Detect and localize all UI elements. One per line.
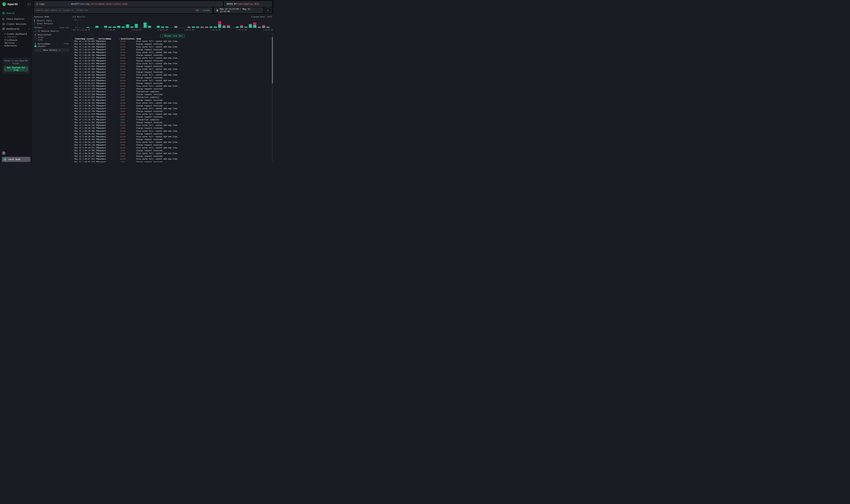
- row-expand-icon[interactable]: ›: [72, 105, 74, 107]
- log-row[interactable]: ›May 15 1:40:38.466 PMpaymenterrorVisa c…: [72, 130, 269, 132]
- row-expand-icon[interactable]: ›: [72, 85, 74, 87]
- row-expand-icon[interactable]: ›: [72, 93, 74, 95]
- error-checkbox[interactable]: [34, 36, 36, 38]
- get-started-button[interactable]: Get Started for Free: [4, 66, 28, 72]
- histogram-bar[interactable]: [245, 26, 248, 28]
- histogram-bar[interactable]: [227, 25, 230, 28]
- log-row[interactable]: ›May 15 1:41:57.178 PMpaymentinfoCharge …: [72, 88, 269, 90]
- histogram-bar[interactable]: [161, 26, 164, 28]
- row-expand-icon[interactable]: ›: [72, 71, 74, 73]
- row-expand-icon[interactable]: ›: [72, 161, 74, 162]
- histogram-bar[interactable]: [113, 26, 116, 28]
- histogram-bar[interactable]: [210, 26, 212, 28]
- histogram-bar[interactable]: [262, 25, 265, 28]
- row-expand-icon[interactable]: ›: [72, 99, 74, 101]
- histogram-bar[interactable]: [126, 24, 129, 28]
- mode-event-patterns[interactable]: Event Patterns: [37, 22, 53, 25]
- row-expand-icon[interactable]: ›: [72, 54, 74, 56]
- clear-servicename-button[interactable]: Clear: [64, 42, 69, 44]
- clear-all-filters-button[interactable]: Clear all: [59, 26, 69, 29]
- row-expand-icon[interactable]: ›: [72, 110, 74, 112]
- row-expand-icon[interactable]: ›: [72, 82, 74, 84]
- table-options-kebab-icon[interactable]: ⋮: [269, 37, 272, 39]
- log-row[interactable]: ›May 15 1:40:26.444 PMpaymentinfoCharge …: [72, 138, 269, 141]
- sidebar-item-search[interactable]: Search: [0, 11, 32, 16]
- histogram-bar[interactable]: [222, 25, 225, 28]
- row-expand-icon[interactable]: ›: [72, 108, 74, 109]
- row-expand-icon[interactable]: ›: [72, 152, 74, 154]
- histogram-bar[interactable]: [201, 26, 203, 28]
- histogram-bar[interactable]: [175, 26, 177, 28]
- log-row[interactable]: ›May 15 1:41:25.370 PMpaymentinfoCharge …: [72, 110, 269, 113]
- log-row[interactable]: ›May 15 1:41:25.373 PMpaymenterrorVisa c…: [72, 107, 269, 110]
- sidebar-item-client-sessions[interactable]: Client Sessions: [0, 21, 32, 26]
- histogram-bar[interactable]: [95, 26, 98, 28]
- log-row[interactable]: ›May 15 1:40:10.601 PMpaymenterrorVisa c…: [72, 152, 269, 155]
- log-row[interactable]: ›May 15 1:40:07.413 PMpaymenterrorVisa c…: [72, 158, 269, 160]
- row-expand-icon[interactable]: ›: [72, 74, 74, 76]
- vertical-scrollbar[interactable]: [272, 34, 273, 161]
- filter-option-info[interactable]: info: [34, 38, 42, 41]
- row-expand-icon[interactable]: ›: [72, 158, 74, 160]
- histogram-bar[interactable]: [196, 26, 199, 28]
- log-row[interactable]: ›May 15 1:40:44.563 PMpaymenterrorVisa c…: [72, 124, 269, 127]
- log-row[interactable]: ›May 15 1:42:43.360 PMpaymenterrorVisa c…: [72, 46, 269, 48]
- log-row[interactable]: ›May 15 1:40:14.511 PMpaymenterrorVisa c…: [72, 146, 269, 149]
- lucene-toggle[interactable]: Lucene: [203, 9, 210, 12]
- search-input[interactable]: [36, 9, 195, 12]
- presets-toggle[interactable]: PRESETS: [5, 36, 17, 38]
- log-row[interactable]: ›May 15 1:40:07.410 PMpaymentinfoCharge …: [72, 160, 269, 162]
- histogram-bar[interactable]: [148, 26, 151, 28]
- log-row[interactable]: ›May 15 1:42:26.920 PMpaymentinfoCharge …: [72, 59, 269, 62]
- row-expand-icon[interactable]: ›: [72, 102, 74, 104]
- row-expand-icon[interactable]: ›: [72, 144, 74, 146]
- log-row[interactable]: ›May 15 1:42:27.131 PMpaymenterrorVisa c…: [72, 57, 269, 59]
- histogram-bar[interactable]: [122, 26, 125, 28]
- log-row[interactable]: ›May 15 1:41:47.766 PMpaymentinfoCharge …: [72, 99, 269, 102]
- row-expand-icon[interactable]: ›: [72, 136, 74, 138]
- info-checkbox[interactable]: [34, 39, 36, 41]
- histogram-bar[interactable]: [135, 24, 138, 28]
- log-row[interactable]: ›May 15 1:42:01.824 PMpaymenterrorVisa c…: [72, 79, 269, 82]
- select-clause-input[interactable]: SELECT Timestamp, ServiceName, SeverityT…: [69, 1, 223, 7]
- resume-live-tail-button[interactable]: ⚡ Resume Live Tail: [160, 34, 185, 37]
- row-expand-icon[interactable]: ›: [72, 147, 74, 149]
- row-expand-icon[interactable]: ›: [72, 139, 74, 140]
- log-row[interactable]: ›May 15 1:42:36.188 PMpaymenterrorVisa c…: [72, 51, 269, 54]
- histogram-bar[interactable]: [108, 26, 111, 28]
- row-expand-icon[interactable]: ›: [72, 68, 74, 70]
- row-expand-icon[interactable]: ›: [72, 155, 74, 157]
- log-row[interactable]: ›May 15 1:42:36.184 PMpaymentinfoCharge …: [72, 54, 269, 56]
- row-expand-icon[interactable]: ›: [72, 113, 74, 115]
- log-row[interactable]: ›May 15 1:40:44.546 PMpaymentinfoCharge …: [72, 127, 269, 130]
- log-row[interactable]: ›May 15 1:40:38.462 PMpaymentinfoCharge …: [72, 132, 269, 135]
- row-expand-icon[interactable]: ›: [72, 43, 74, 45]
- row-expand-icon[interactable]: ›: [72, 57, 74, 59]
- log-row[interactable]: ›May 15 1:41:21.652 PMpaymentinfoCharge …: [72, 115, 269, 119]
- local-mode-button[interactable]: U Local mode ›: [2, 157, 30, 162]
- help-button[interactable]: ?: [2, 151, 5, 155]
- log-row[interactable]: ›May 15 1:40:26.445 PMpaymenterrorVisa c…: [72, 135, 269, 138]
- log-row[interactable]: ›May 15 1:42:43.336 PMpaymentinfoCharge …: [72, 48, 269, 51]
- more-filters-button[interactable]: More filters: [34, 48, 69, 52]
- histogram-bar[interactable]: [214, 26, 217, 28]
- log-row[interactable]: ›May 15 1:42:50.843 PMpaymenterrorVisa c…: [72, 40, 269, 42]
- histogram-bar[interactable]: [187, 26, 191, 28]
- sidebar-collapse-icon[interactable]: [28, 3, 31, 5]
- row-expand-icon[interactable]: ›: [72, 60, 74, 62]
- histogram-bar[interactable]: [240, 25, 243, 28]
- chevron-up-icon[interactable]: [28, 28, 30, 29]
- log-row[interactable]: ›May 15 1:41:14.361 PMpaymentinfoCharge …: [72, 121, 269, 124]
- orderby-clause-input[interactable]: ORDER BY TimestampTime DESC: [224, 1, 272, 7]
- log-row[interactable]: ›May 15 1:41:57.183 PMpaymenterrorVisa c…: [72, 85, 269, 88]
- row-expand-icon[interactable]: ›: [72, 79, 74, 82]
- row-expand-icon[interactable]: ›: [72, 77, 74, 79]
- log-row[interactable]: ›May 15 1:42:01.814 PMpaymentinfoCharge …: [72, 82, 269, 85]
- sidebar-item-dashboards[interactable]: Dashboards: [0, 26, 32, 31]
- sidebar-item-kubernetes[interactable]: Kubernetes: [4, 44, 17, 47]
- row-expand-icon[interactable]: ›: [72, 49, 74, 51]
- log-row[interactable]: ›May 15 1:42:05.460 PMpaymenterrorVisa c…: [72, 68, 269, 71]
- filter-option-payment[interactable]: ✓ payment: [34, 45, 46, 48]
- log-row[interactable]: ›May 15 1:42:50.834 PMpaymentinfoCharge …: [72, 42, 269, 46]
- log-row[interactable]: ›May 15 1:41:53.274 PMpaymentinfoTransac…: [72, 90, 269, 93]
